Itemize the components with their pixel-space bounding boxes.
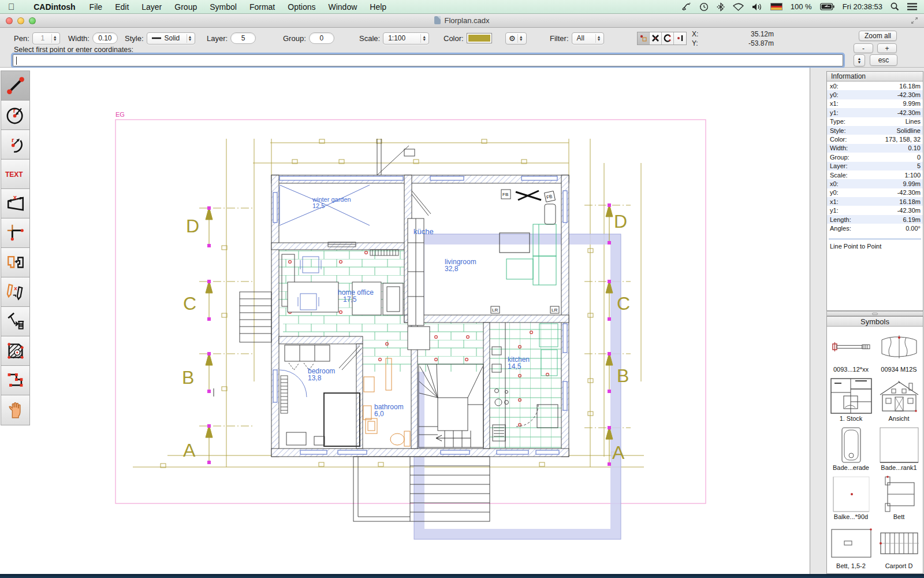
symbol-preview-house-elevation bbox=[877, 377, 922, 415]
style-select[interactable]: Solid ▲▼ bbox=[147, 32, 195, 45]
grid-letter: A bbox=[183, 440, 196, 461]
symbol-label: 00934 M12S bbox=[881, 366, 916, 373]
information-panel-header[interactable]: Information bbox=[827, 72, 923, 81]
snap-intersection-toggle[interactable] bbox=[650, 32, 662, 45]
grid-letter: B bbox=[617, 365, 629, 386]
snap-point-toggle[interactable] bbox=[638, 32, 650, 45]
room-label-kueche: küche bbox=[413, 227, 434, 236]
ladder-rungs bbox=[281, 379, 288, 410]
symbol-label: Balke...*90d bbox=[834, 513, 868, 520]
input-stepper[interactable]: ▲▼ bbox=[854, 54, 865, 66]
symbol-item[interactable]: 0093...12*xx bbox=[827, 328, 875, 377]
copy-attributes-tool[interactable]: x bbox=[1, 277, 29, 307]
polyline-tool[interactable] bbox=[1, 366, 29, 395]
notification-center-icon[interactable] bbox=[907, 3, 917, 10]
line-tool[interactable] bbox=[1, 71, 29, 101]
info-row: x0:9.99m bbox=[827, 179, 923, 188]
arc-tool[interactable]: r bbox=[1, 130, 29, 160]
symbol-preview-car bbox=[877, 328, 922, 366]
menu-window[interactable]: Window bbox=[322, 0, 364, 14]
group-field[interactable]: 0 bbox=[309, 32, 334, 44]
zoom-out-button[interactable]: - bbox=[854, 43, 873, 53]
symbol-item[interactable]: 00934 M12S bbox=[875, 328, 923, 377]
symbols-panel-header[interactable]: Symbols bbox=[827, 317, 923, 327]
layer-label: Layer: bbox=[207, 34, 228, 43]
esc-button[interactable]: esc bbox=[870, 54, 897, 66]
grid-letter: D bbox=[614, 211, 627, 232]
gear-icon: ⚙ bbox=[509, 34, 516, 43]
menu-file[interactable]: File bbox=[83, 0, 109, 14]
keyboard-layout-flag-de[interactable] bbox=[770, 3, 783, 10]
symbol-item[interactable]: Ansicht bbox=[875, 377, 923, 426]
symbol-item[interactable]: Balke...*90d bbox=[827, 475, 875, 524]
snap-endpoint-toggle[interactable] bbox=[674, 32, 686, 45]
copy-object-tool[interactable] bbox=[1, 248, 29, 277]
menu-options[interactable]: Options bbox=[281, 0, 322, 14]
grid-letter: A bbox=[612, 442, 625, 463]
width-field[interactable]: 0.10 bbox=[92, 32, 118, 44]
menu-edit[interactable]: Edit bbox=[109, 0, 135, 14]
symbol-item[interactable]: Bade...rank1 bbox=[875, 426, 923, 475]
delete-tool[interactable] bbox=[1, 307, 29, 336]
bedroom-furniture bbox=[280, 345, 362, 446]
spotlight-icon[interactable] bbox=[891, 2, 899, 11]
dock-edge bbox=[0, 574, 924, 578]
symbol-item[interactable]: Bett bbox=[875, 475, 923, 524]
coord-x-value: 35.12m bbox=[707, 29, 778, 39]
zoom-all-button[interactable]: Zoom all bbox=[859, 31, 897, 41]
menu-format[interactable]: Format bbox=[243, 0, 281, 14]
symbol-item[interactable]: Carport D bbox=[875, 524, 923, 573]
pen-stepper-field[interactable]: 1 ▲▼ bbox=[32, 32, 60, 45]
time-machine-icon[interactable] bbox=[699, 2, 709, 12]
outlet-tags: FB FB LR LR bbox=[491, 190, 559, 313]
battery-icon[interactable] bbox=[820, 3, 834, 10]
symbol-label: Bade...rank1 bbox=[881, 464, 916, 471]
apple-menu-icon[interactable]:  bbox=[8, 2, 14, 12]
svg-text:LR: LR bbox=[552, 307, 557, 313]
window-title-bar[interactable]: Florplan.cadx bbox=[0, 14, 924, 28]
snap-center-toggle[interactable] bbox=[662, 32, 674, 45]
symbol-item[interactable]: Bett, 1,5-2 bbox=[827, 524, 875, 573]
menu-symbol[interactable]: Symbol bbox=[203, 0, 243, 14]
bluetooth-icon[interactable] bbox=[717, 2, 725, 12]
scale-select[interactable]: 1:100 ▲▼ bbox=[383, 32, 429, 45]
text-tool[interactable]: TEXT bbox=[1, 160, 29, 189]
filter-select[interactable]: All ▲▼ bbox=[572, 32, 604, 45]
west-porch-steps bbox=[240, 292, 271, 342]
info-row: Layer:5 bbox=[827, 162, 923, 171]
grid-letter: B bbox=[182, 367, 194, 388]
menu-help[interactable]: Help bbox=[363, 0, 393, 14]
info-row: y0:-42.30m bbox=[827, 188, 923, 197]
circle-tool[interactable]: r bbox=[1, 101, 29, 130]
coordinate-input[interactable] bbox=[13, 54, 843, 66]
fullscreen-icon[interactable] bbox=[910, 16, 919, 25]
menu-layer[interactable]: Layer bbox=[135, 0, 168, 14]
layer-field[interactable]: 5 bbox=[230, 32, 256, 44]
symbol-item[interactable]: Bade...erade bbox=[827, 426, 875, 475]
command-prompt-label: Select first point or enter coordinates: bbox=[14, 46, 133, 54]
screen:  CADintosh File Edit Layer Group Symbol… bbox=[0, 0, 924, 578]
zoom-in-button[interactable]: + bbox=[877, 43, 897, 53]
dimension-tool[interactable]: x bbox=[1, 189, 29, 218]
symbol-preview-cabinet bbox=[877, 426, 922, 464]
info-row: x1:16.18m bbox=[827, 197, 923, 206]
hatch-tool[interactable] bbox=[1, 336, 29, 366]
svg-text:r: r bbox=[13, 107, 16, 114]
drawing-canvas[interactable]: EG bbox=[0, 68, 810, 574]
panel-splitter[interactable] bbox=[826, 311, 923, 316]
settings-gear-button[interactable]: ⚙ ▲▼ bbox=[505, 32, 527, 45]
phone-icon[interactable] bbox=[681, 2, 691, 11]
symbol-item[interactable]: 1. Stock bbox=[827, 377, 875, 426]
wifi-icon[interactable] bbox=[733, 3, 744, 11]
color-swatch[interactable] bbox=[467, 33, 492, 43]
volume-icon[interactable] bbox=[752, 3, 762, 11]
menu-app[interactable]: CADintosh bbox=[26, 0, 83, 14]
info-row: Width:0.10 bbox=[827, 144, 923, 153]
pan-tool[interactable] bbox=[1, 395, 29, 425]
filter-label: Filter: bbox=[550, 34, 569, 43]
symbol-preview-carport bbox=[877, 524, 922, 562]
snap-cross-tool[interactable] bbox=[1, 218, 29, 248]
info-row: y0:-42.30m bbox=[827, 90, 923, 99]
menubar-clock[interactable]: Fri 20:38:53 bbox=[843, 2, 882, 11]
menu-group[interactable]: Group bbox=[168, 0, 203, 14]
